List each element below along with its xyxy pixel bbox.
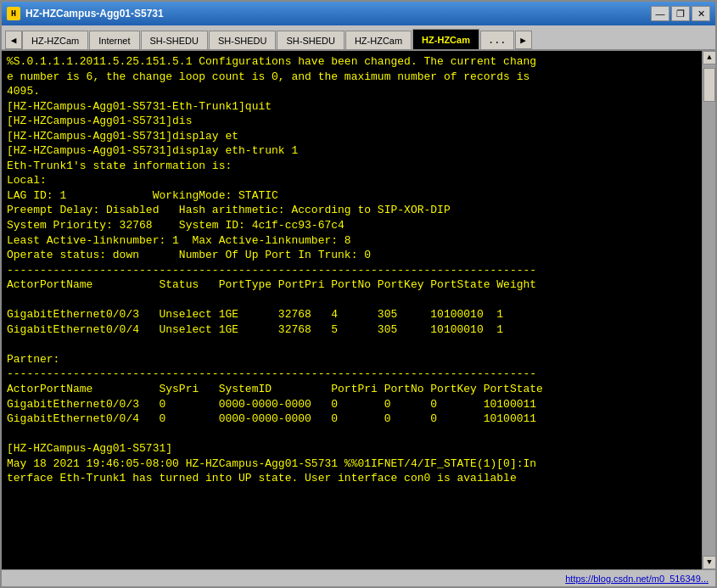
terminal-output[interactable]: %S.0.1.1.1.2011.5.25.151.5.1 Configurati… (2, 51, 702, 569)
tab-overflow-button[interactable]: ... (480, 31, 514, 49)
tab-hzcam2[interactable]: HZ-HZCam (345, 31, 412, 49)
app-icon: H (7, 7, 20, 20)
restore-button[interactable]: ❐ (671, 6, 690, 21)
main-window: H HZ-HZCampus-Agg01-S5731 — ❐ ✕ ◀ HZ-HZC… (0, 0, 717, 588)
tab-internet[interactable]: Internet (89, 31, 139, 49)
scroll-up-button[interactable]: ▲ (703, 51, 715, 64)
minimize-button[interactable]: — (651, 6, 669, 21)
tab-next-button[interactable]: ▶ (515, 31, 532, 49)
close-button[interactable]: ✕ (692, 6, 710, 21)
scroll-down-button[interactable]: ▼ (703, 556, 715, 569)
tab-hzcam1[interactable]: HZ-HZCam (22, 31, 88, 49)
tab-shedu2[interactable]: SH-SHEDU (209, 31, 276, 49)
tab-prev-button[interactable]: ◀ (5, 31, 22, 49)
scroll-thumb[interactable] (703, 68, 715, 102)
terminal-wrapper: %S.0.1.1.1.2011.5.25.151.5.1 Configurati… (2, 51, 715, 569)
window-controls: — ❐ ✕ (651, 6, 710, 21)
scroll-track[interactable] (703, 64, 715, 556)
window-title: HZ-HZCampus-Agg01-S5731 (25, 8, 651, 20)
title-bar: H HZ-HZCampus-Agg01-S5731 — ❐ ✕ (2, 2, 715, 25)
status-bar: https://blog.csdn.net/m0_516349... (2, 569, 715, 586)
tab-shedu1[interactable]: SH-SHEDU (141, 31, 208, 49)
tab-bar: ◀ HZ-HZCam Internet SH-SHEDU SH-SHEDU SH… (2, 25, 715, 51)
status-link[interactable]: https://blog.csdn.net/m0_516349... (565, 574, 709, 584)
tab-shedu3[interactable]: SH-SHEDU (277, 31, 344, 49)
tab-hzcam3[interactable]: HZ-HZCam (412, 29, 479, 49)
scrollbar: ▲ ▼ (702, 51, 715, 569)
